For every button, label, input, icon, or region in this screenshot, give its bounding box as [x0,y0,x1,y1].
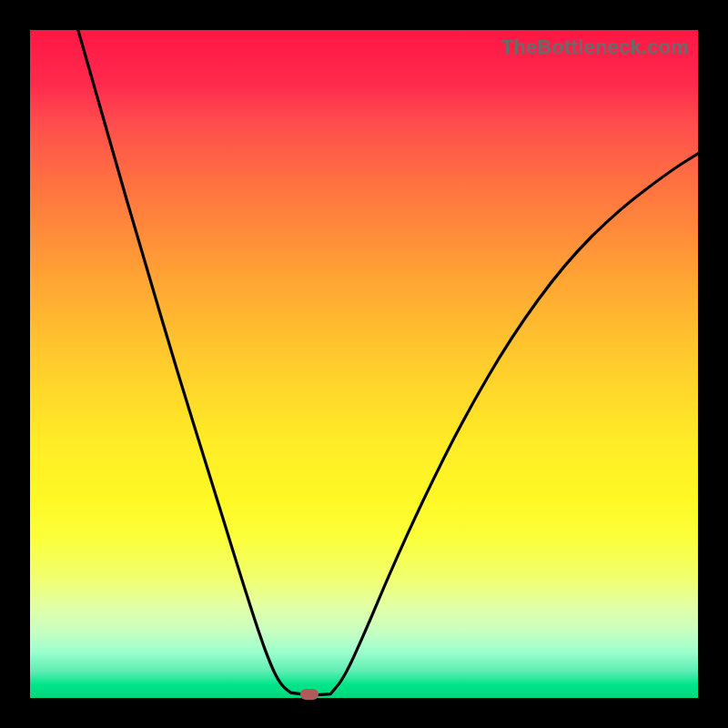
plot-area: TheBottleneck.com [30,30,698,698]
optimum-marker [300,689,318,700]
chart-frame: TheBottleneck.com [0,0,728,728]
bottleneck-curve [30,30,698,698]
